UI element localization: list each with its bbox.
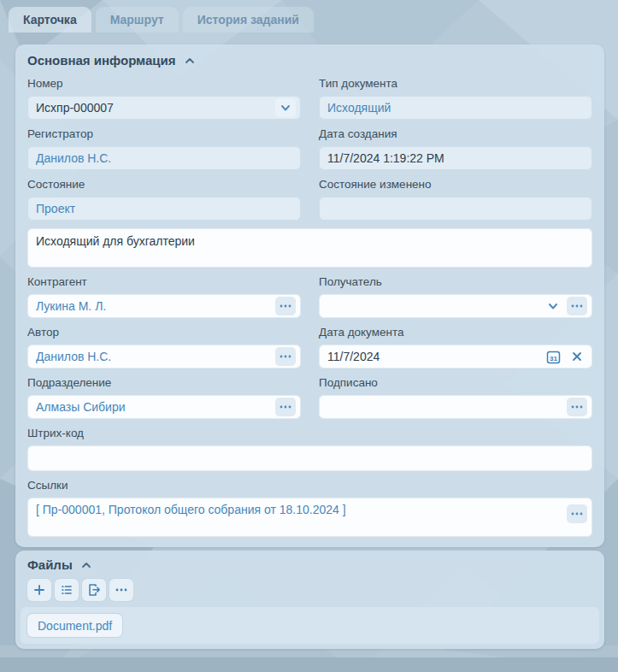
ellipsis-icon[interactable] (567, 398, 587, 416)
ellipsis-icon[interactable] (567, 504, 587, 523)
created-input[interactable]: 11/7/2024 1:19:22 PM (319, 146, 592, 170)
file-list-button[interactable] (55, 579, 79, 601)
counterparty-label: Контрагент (27, 275, 301, 289)
registrar-label: Регистратор (27, 127, 301, 141)
recipient-label: Получатель (319, 275, 592, 289)
files-section-header[interactable]: Файлы (21, 556, 599, 574)
field-group-signed: Подписано (319, 368, 592, 419)
files-section-title: Файлы (27, 557, 73, 572)
field-group-department: Подразделение Алмазы Сибири (27, 368, 301, 419)
field-group-state: Состояние Проект (27, 170, 301, 221)
calendar-icon[interactable]: 31 (543, 347, 563, 366)
field-group-subject: Исходящий для бухгалтерии (27, 221, 592, 268)
field-group-recipient: Получатель (319, 268, 592, 318)
number-input[interactable]: Исхпр-000007 (27, 96, 301, 120)
counterparty-value: Лукина М. Л. (36, 299, 106, 313)
state-input[interactable]: Проект (27, 197, 301, 221)
x-icon[interactable] (567, 347, 587, 366)
files-card: Файлы (15, 551, 604, 649)
field-group-registrar: Регистратор Данилов Н.С. (27, 120, 301, 170)
state-changed-label: Состояние изменено (319, 178, 592, 192)
field-group-counterparty: Контрагент Лукина М. Л. (27, 268, 301, 318)
department-input[interactable]: Алмазы Сибири (27, 395, 301, 419)
field-group-doc-date: Дата документа 11/7/2024 31 (319, 318, 592, 368)
counterparty-input[interactable]: Лукина М. Л. (27, 294, 301, 318)
document-card-page: Карточка Маршрут История заданий Основна… (0, 0, 618, 672)
links-input[interactable]: [ Пр-000001, Протокол общего собрания от… (27, 498, 592, 537)
plus-icon (32, 583, 46, 597)
file-item[interactable]: Document.pdf (27, 614, 122, 637)
doc-date-input[interactable]: 11/7/2024 31 (319, 345, 592, 368)
doc-type-value: Исходящий (327, 101, 391, 115)
field-group-doc-type: Тип документа Исходящий (319, 69, 592, 120)
chevron-down-icon[interactable] (543, 297, 563, 315)
file-name: Document.pdf (38, 619, 112, 633)
field-group-state-changed: Состояние изменено (319, 170, 592, 221)
ellipsis-icon (115, 587, 128, 592)
registrar-input[interactable]: Данилов Н.С. (27, 146, 301, 170)
created-value: 11/7/2024 1:19:22 PM (327, 151, 444, 165)
subject-input[interactable]: Исходящий для бухгалтерии (27, 228, 592, 268)
doc-date-label: Дата документа (319, 326, 592, 339)
export-file-icon (86, 582, 102, 598)
svg-text:31: 31 (550, 354, 557, 362)
field-group-barcode: Штрих-код (27, 419, 592, 471)
state-label: Состояние (27, 178, 301, 192)
author-label: Автор (27, 326, 301, 339)
tab-card[interactable]: Карточка (9, 7, 91, 32)
chevron-up-icon[interactable] (80, 560, 92, 570)
chevron-down-icon[interactable] (275, 98, 296, 117)
main-section-title: Основная информация (27, 53, 176, 68)
file-list-row: Document.pdf (21, 607, 599, 644)
files-toolbar (27, 579, 599, 601)
doc-type-input[interactable]: Исходящий (319, 96, 592, 120)
subject-value: Исходящий для бухгалтерии (36, 234, 195, 248)
department-label: Подразделение (27, 376, 301, 390)
state-changed-input[interactable] (319, 197, 592, 221)
barcode-input[interactable] (27, 445, 592, 471)
chevron-up-icon[interactable] (184, 56, 196, 66)
links-label: Ссылки (27, 479, 592, 492)
tab-bar: Карточка Маршрут История заданий (9, 7, 618, 32)
ellipsis-icon[interactable] (567, 297, 587, 315)
list-icon (60, 583, 74, 597)
more-button[interactable] (109, 579, 133, 601)
tab-task-history[interactable]: История заданий (183, 7, 314, 32)
recipient-input[interactable] (319, 294, 592, 318)
add-file-button[interactable] (27, 579, 51, 601)
field-group-created: Дата создания 11/7/2024 1:19:22 PM (319, 120, 592, 170)
links-value: [ Пр-000001, Протокол общего собрания от… (36, 503, 346, 516)
department-value: Алмазы Сибири (36, 400, 126, 414)
tab-route[interactable]: Маршрут (96, 7, 179, 32)
signed-label: Подписано (319, 376, 592, 390)
main-form: Номер Исхпр-000007 Тип документа Исходящ… (24, 69, 596, 537)
field-group-author: Автор Данилов Н.С. (27, 318, 301, 368)
export-file-button[interactable] (82, 579, 106, 601)
field-group-number: Номер Исхпр-000007 (27, 69, 301, 120)
ellipsis-icon[interactable] (275, 297, 296, 315)
ellipsis-icon[interactable] (275, 398, 296, 416)
created-label: Дата создания (319, 127, 592, 141)
doc-type-label: Тип документа (319, 77, 592, 91)
main-info-card: Основная информация Номер Исхпр-000007 Т… (15, 44, 604, 547)
main-section-header[interactable]: Основная информация (24, 53, 596, 69)
ellipsis-icon[interactable] (275, 347, 296, 366)
doc-date-value: 11/7/2024 (327, 350, 380, 363)
author-value: Данилов Н.С. (36, 350, 111, 363)
signed-input[interactable] (319, 395, 592, 419)
field-group-links: Ссылки [ Пр-000001, Протокол общего собр… (27, 471, 592, 537)
number-label: Номер (27, 77, 301, 91)
barcode-label: Штрих-код (27, 427, 592, 440)
registrar-value: Данилов Н.С. (36, 151, 111, 165)
state-value: Проект (36, 202, 75, 215)
author-input[interactable]: Данилов Н.С. (27, 345, 301, 368)
number-value: Исхпр-000007 (36, 101, 114, 115)
